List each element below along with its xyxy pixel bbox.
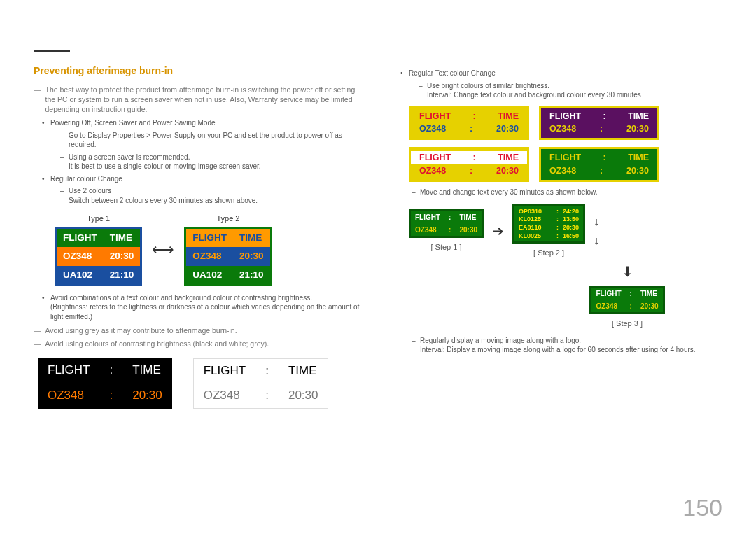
step2-label: [ Step 2 ] — [533, 248, 564, 258]
white-table: FLIGHT:TIME OZ348:20:30 — [193, 358, 329, 409]
grid-cell-3: FLIGHT:TIME OZ348:20:30 — [409, 147, 529, 182]
intro-line: ― The best way to protect the product fr… — [34, 85, 364, 115]
grid-cell-4: FLIGHT:TIME OZ348:20:30 — [539, 147, 659, 182]
type2-table: FLIGHTTIME OZ34820:30 UA10221:10 — [184, 227, 272, 286]
section-title: Preventing afterimage burn-in — [34, 64, 364, 78]
bullet-colour-change: Regular colour Change Use 2 colours Swit… — [42, 174, 364, 206]
sub-moving-image: Regularly display a moving image along w… — [412, 336, 722, 355]
arrow-right-icon: ➔ — [492, 222, 504, 241]
type1-table: FLIGHTTIME OZ34820:30 UA10221:10 — [55, 227, 142, 286]
sub-bright-colours: Use bright colours of similar brightness… — [419, 81, 722, 100]
type2-label: Type 2 — [216, 213, 239, 224]
grid-cell-1: FLIGHT:TIME OZ348:20:30 — [409, 106, 529, 141]
arrow-down-icon: ⬇ — [622, 262, 634, 281]
bullet-avoid-contrast: Avoid combinations of a text colour and … — [42, 293, 364, 322]
step2-table: OP0310:24:20 KL0125:13:50 EA0110:20:30 K… — [512, 204, 585, 244]
scroll-arrows-icon: ↓↓ — [594, 214, 599, 248]
type-tables-row: Type 1 FLIGHTTIME OZ34820:30 UA10221:10 … — [55, 213, 364, 286]
step3-table: FLIGHT:TIME OZ348:20:30 — [589, 286, 664, 314]
sub-power-supply: Go to Display Properties > Power Supply … — [60, 131, 364, 150]
bullet-poweroff: Powering Off, Screen Saver and Power Sav… — [42, 118, 364, 171]
type1-label: Type 1 — [87, 213, 110, 224]
arrow-lr-icon: ⟷ — [152, 239, 174, 260]
header-rule — [34, 28, 722, 50]
grid-cell-2: FLIGHT:TIME OZ348:20:30 — [539, 106, 659, 141]
steps-row: FLIGHT:TIME OZ348:20:30 [ Step 1 ] ➔ OP0… — [409, 204, 722, 259]
step3-label: [ Step 3 ] — [612, 318, 643, 329]
sub-move-change-text: Move and change text every 30 minutes as… — [412, 188, 722, 197]
step1-table: FLIGHT:TIME OZ348:20:30 — [409, 209, 484, 238]
right-column: Regular Text colour Change Use bright co… — [392, 64, 722, 409]
black-table: FLIGHT:TIME OZ348:20:30 — [38, 358, 172, 409]
page-number: 150 — [682, 494, 722, 521]
sub-use2colours: Use 2 colours Switch between 2 colours e… — [60, 186, 364, 205]
note-avoid-grey: ― Avoid using grey as it may contribute … — [34, 325, 364, 335]
left-column: Preventing afterimage burn-in ― The best… — [34, 64, 364, 409]
colour-grid: FLIGHT:TIME OZ348:20:30 FLIGHT:TIME OZ34… — [409, 106, 722, 183]
sub-screensaver: Using a screen saver is recommended. It … — [60, 153, 364, 171]
note-avoid-contrast-colours: ― Avoid using colours of contrasting bri… — [34, 339, 364, 349]
bottom-example-tables: FLIGHT:TIME OZ348:20:30 FLIGHT:TIME OZ34… — [38, 358, 364, 409]
bullet-text-colour-change: Regular Text colour Change Use bright co… — [400, 69, 722, 100]
step1-label: [ Step 1 ] — [431, 242, 462, 253]
